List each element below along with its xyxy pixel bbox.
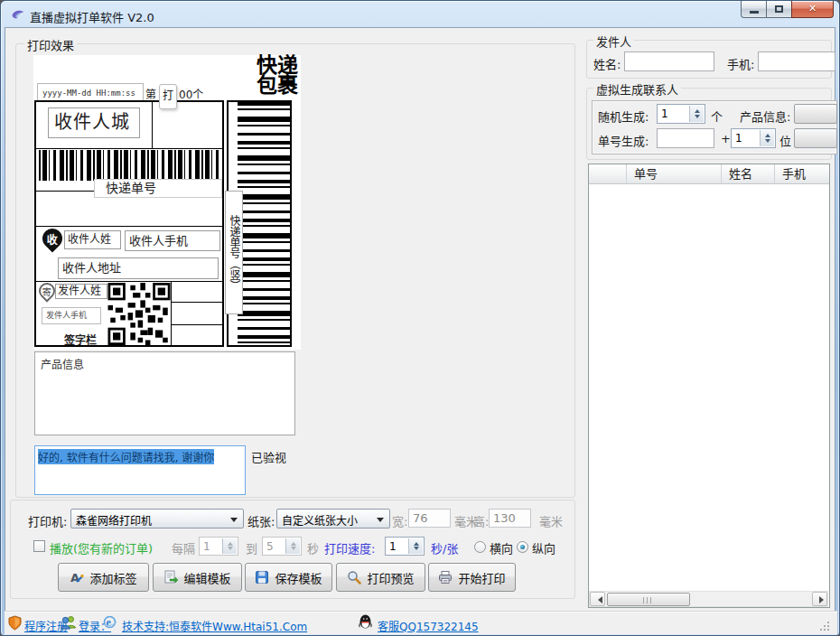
random-count-value: 1	[661, 108, 668, 120]
minimize-button[interactable]	[741, 1, 767, 18]
ie-browser-icon: e	[102, 614, 117, 630]
random-count-spinner[interactable]: 1	[657, 104, 705, 124]
sender-name-input[interactable]	[624, 51, 714, 71]
app-icon	[11, 7, 25, 22]
landscape-radio[interactable]	[474, 541, 486, 553]
sender-phone-input[interactable]	[758, 51, 835, 71]
print-preview-group-title: 打印效果	[24, 36, 77, 53]
label-divider	[36, 226, 222, 227]
plus-label: +	[721, 132, 731, 145]
paper-select[interactable]: 自定义纸张大小	[276, 509, 390, 528]
app-window: 直播虚拟打单软件 V2.0 ✕ 打印效果 快递 包裹 yyyy-MM-dd HH…	[0, 0, 840, 636]
edit-template-icon	[163, 570, 178, 585]
recipient-name-field: 收件人姓	[64, 230, 121, 249]
play-label: 播放(您有新的订单)	[50, 539, 153, 556]
window-title: 直播虚拟打单软件 V2.0	[30, 8, 154, 25]
print-speed-label: 打印速度:	[324, 539, 375, 556]
sender-name-label: 姓名:	[593, 55, 621, 72]
paper-height-input[interactable]: 130	[489, 509, 531, 528]
label-divider	[171, 302, 222, 303]
close-icon: ✕	[792, 3, 833, 14]
label-table: 收件人城 快递单号 收 收件人姓 收件人手机 收件人地址 寄 发件人姓	[34, 100, 224, 347]
label-divider	[152, 102, 153, 148]
sender-phone-field: 发件人手机	[42, 307, 101, 324]
recipient-pin-icon: 收	[38, 224, 66, 252]
svg-text:e: e	[107, 616, 112, 629]
maximize-button[interactable]	[766, 1, 792, 18]
spinner-arrows-icon[interactable]	[689, 106, 704, 122]
interval-to-spinner[interactable]: 5	[262, 537, 302, 556]
start-print-icon	[438, 570, 453, 585]
width-label: 宽:	[392, 512, 407, 529]
qr-code	[107, 283, 171, 345]
recipient-phone-field: 收件人手机	[125, 230, 220, 251]
tracking-barcode	[39, 150, 219, 181]
close-button[interactable]: ✕	[791, 1, 834, 18]
paper-width-input[interactable]: 76	[408, 509, 451, 528]
svg-text:A: A	[70, 571, 79, 585]
scrollbar-grip-icon	[643, 597, 654, 603]
order-prefix-input[interactable]	[657, 128, 714, 148]
save-template-button[interactable]: 保存模板	[245, 563, 332, 592]
edit-template-button[interactable]: 编辑模板	[153, 563, 242, 592]
recipient-address-field: 收件人地址	[58, 257, 219, 279]
order-digits-value: 1	[735, 132, 742, 145]
signature-label: 签字栏	[64, 332, 97, 347]
printer-select[interactable]: 森雀网络打印机	[70, 509, 244, 528]
interval-from-spinner[interactable]: 1	[199, 537, 238, 556]
edit-template-button-text: 编辑模板	[183, 569, 230, 586]
portrait-label: 纵向	[532, 539, 555, 556]
save-template-icon	[255, 570, 269, 585]
start-print-button[interactable]: 开始打印	[428, 563, 516, 592]
product-info-button[interactable]	[794, 104, 837, 124]
scrollbar-thumb[interactable]	[607, 593, 690, 606]
product-info-box[interactable]: 产品信息	[34, 351, 295, 435]
start-print-button-text: 开始打印	[458, 569, 505, 586]
spinner-arrows-icon[interactable]	[285, 538, 300, 554]
message-textbox[interactable]: 好的, 软件有什么问题请找我, 谢谢你	[34, 445, 246, 495]
label-divider	[36, 281, 222, 282]
chevron-down-icon	[230, 518, 238, 526]
qq-service-link[interactable]: 客服QQ157322145	[378, 618, 479, 633]
counter-suffix: 00个	[179, 86, 203, 101]
maximize-icon	[775, 5, 783, 13]
order-generate-button[interactable]	[794, 128, 837, 148]
add-label-button-text: 添加标签	[89, 569, 136, 586]
recipient-city-field: 收件人城	[48, 108, 140, 138]
tracking-number-vertical-field: 快递单号（竖）	[225, 191, 243, 314]
table-header-phone[interactable]: 手机	[775, 164, 829, 184]
print-preview-button[interactable]: 打印预览	[336, 563, 425, 592]
height-unit-label: 毫米	[539, 512, 563, 529]
label-divider	[36, 148, 222, 149]
order-generate-label: 单号生成:	[598, 132, 649, 149]
sender-phone-label: 手机:	[727, 55, 754, 72]
resize-grip-icon[interactable]	[819, 621, 830, 631]
height-label: 高:	[473, 512, 489, 529]
table-header-name[interactable]: 姓名	[722, 164, 775, 184]
print-speed-value: 1	[389, 540, 397, 553]
spinner-arrows-icon[interactable]	[760, 130, 774, 146]
portrait-radio[interactable]	[517, 541, 528, 553]
message-selected-text: 好的, 软件有什么问题请找我, 谢谢你	[38, 449, 214, 464]
table-header-order[interactable]: 单号	[627, 164, 722, 184]
interval-from-value: 1	[203, 540, 210, 553]
support-link[interactable]: 技术支持:恒泰软件Www.Htai51.Com	[122, 618, 307, 633]
random-unit-label: 个	[711, 108, 723, 125]
order-digits-spinner[interactable]: 1	[731, 128, 776, 148]
tracking-number-field: 快递单号	[94, 179, 222, 198]
spinner-arrows-icon[interactable]	[222, 538, 237, 554]
spinner-arrows-icon[interactable]	[408, 538, 423, 554]
paper-value: 自定义纸张大小	[282, 512, 358, 528]
save-template-button-text: 保存模板	[275, 569, 322, 586]
scroll-right-arrow[interactable]	[812, 592, 827, 606]
random-generate-label: 随机生成:	[598, 108, 649, 125]
contacts-table	[588, 164, 830, 608]
play-checkbox[interactable]	[33, 540, 45, 552]
interval-to-value: 5	[266, 540, 274, 553]
package-title-line1: 快递	[257, 55, 300, 75]
scroll-left-arrow[interactable]	[590, 592, 605, 606]
table-corner-header[interactable]	[589, 164, 627, 184]
add-label-button[interactable]: A 添加标签	[58, 563, 149, 592]
print-speed-spinner[interactable]: 1	[385, 537, 425, 556]
paper-label: 纸张:	[247, 512, 275, 529]
